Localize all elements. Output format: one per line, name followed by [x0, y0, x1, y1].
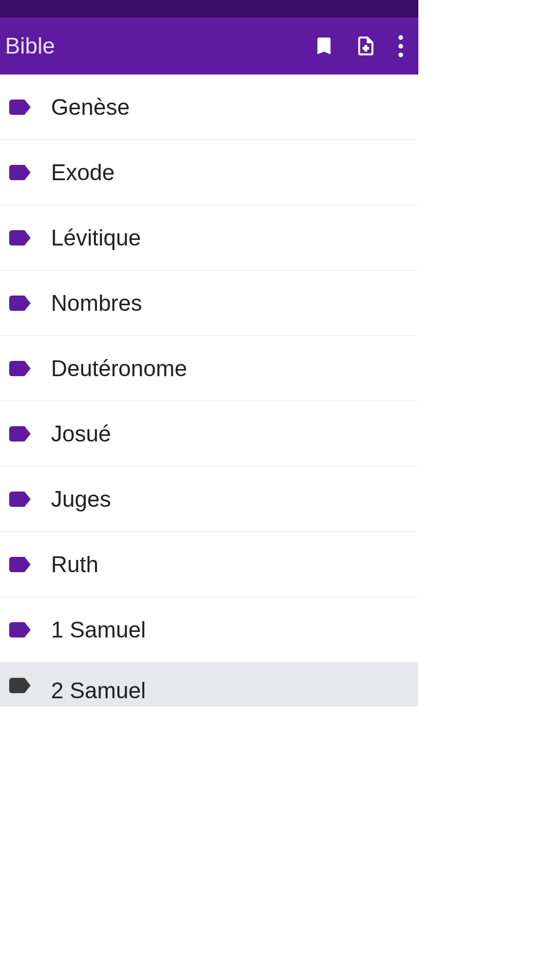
- list-item[interactable]: Deutéronome: [0, 336, 418, 401]
- note-add-icon: [355, 35, 377, 57]
- tag-icon: [9, 165, 31, 180]
- overflow-menu-button[interactable]: [388, 35, 413, 57]
- tag-icon: [9, 426, 31, 442]
- book-label: Josué: [51, 421, 111, 447]
- tag-icon: [9, 622, 31, 638]
- tag-icon: [9, 678, 31, 693]
- book-label: Ruth: [51, 552, 98, 577]
- tag-icon: [9, 100, 31, 115]
- tag-icon: [9, 230, 31, 246]
- svg-rect-1: [363, 47, 369, 50]
- list-item[interactable]: 2 Samuel: [0, 663, 418, 706]
- list-item[interactable]: Josué: [0, 401, 418, 467]
- list-item[interactable]: Ruth: [0, 532, 418, 597]
- list-item[interactable]: Exode: [0, 140, 418, 205]
- add-note-button[interactable]: [348, 28, 384, 64]
- book-label: Juges: [51, 486, 111, 512]
- status-bar: [0, 0, 418, 17]
- list-item[interactable]: 1 Samuel: [0, 597, 418, 663]
- list-item[interactable]: Lévitique: [0, 205, 418, 271]
- bookmark-button[interactable]: [306, 28, 342, 64]
- book-label: Deutéronome: [51, 356, 187, 381]
- tag-icon: [9, 492, 31, 507]
- book-list[interactable]: GenèseExodeLévitiqueNombresDeutéronomeJo…: [0, 75, 418, 706]
- list-item[interactable]: Juges: [0, 467, 418, 532]
- bookmark-icon: [313, 35, 335, 57]
- page-title: Bible: [5, 33, 300, 59]
- book-label: Exode: [51, 160, 115, 185]
- book-label: Nombres: [51, 290, 142, 316]
- app-bar: Bible: [0, 17, 418, 75]
- tag-icon: [9, 557, 31, 572]
- book-label: 2 Samuel: [51, 678, 146, 703]
- book-label: Genèse: [51, 94, 130, 120]
- tag-icon: [9, 361, 31, 376]
- book-label: 1 Samuel: [51, 617, 146, 643]
- more-vert-icon: [398, 35, 403, 40]
- tag-icon: [9, 296, 31, 311]
- book-label: Lévitique: [51, 225, 141, 251]
- list-item[interactable]: Genèse: [0, 75, 418, 140]
- list-item[interactable]: Nombres: [0, 271, 418, 336]
